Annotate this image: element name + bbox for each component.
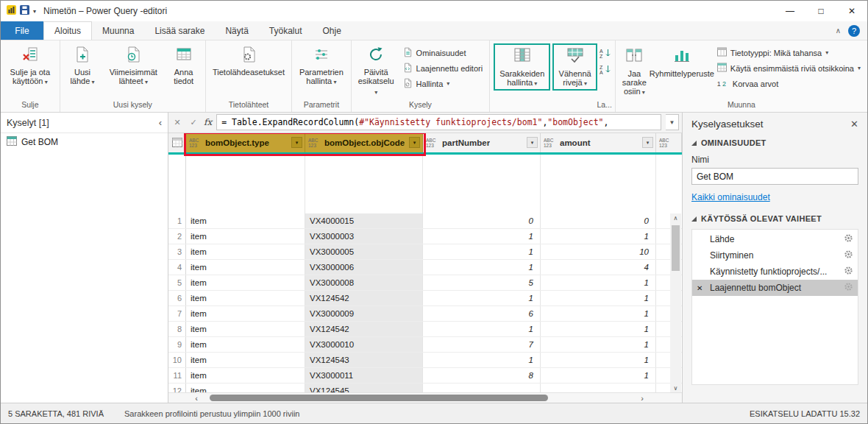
row-number[interactable]: 11 xyxy=(168,368,186,383)
group-by-button[interactable]: Ryhmittelyperuste xyxy=(652,43,712,80)
cell[interactable]: VX3000010 xyxy=(305,337,423,352)
row-number[interactable]: 9 xyxy=(168,337,186,352)
close-and-apply-button[interactable]: Sulje ja ota käyttöön xyxy=(4,43,56,89)
applied-step-selected[interactable]: ✕ Laajennettu bomObject xyxy=(692,280,858,296)
cell[interactable]: 1 xyxy=(541,229,656,244)
cell[interactable]: VX3000009 xyxy=(305,306,423,321)
cell[interactable]: 1 xyxy=(423,260,541,275)
cell[interactable]: item xyxy=(186,213,305,228)
cell[interactable]: VX3000003 xyxy=(305,229,423,244)
profiling-info[interactable]: Sarakkeen profilointi perustuu ylimpiin … xyxy=(124,409,299,418)
cell[interactable]: item xyxy=(186,384,305,392)
enter-data-button[interactable]: Anna tiedot xyxy=(166,43,202,88)
cell[interactable]: item xyxy=(186,275,305,290)
data-type-button[interactable]: Tietotyyppi: Mikä tahansa xyxy=(714,45,864,60)
tab-tyokalut[interactable]: Työkalut xyxy=(259,21,313,40)
column-header-bomobject-objcode[interactable]: ABC123 bomObject.objCode xyxy=(305,133,423,152)
cell[interactable]: 4 xyxy=(541,260,656,275)
replace-values-button[interactable]: Korvaa arvot xyxy=(714,76,864,91)
cell[interactable]: item xyxy=(186,337,305,352)
manage-query-button[interactable]: Hallinta xyxy=(399,76,486,91)
cell[interactable]: 7 xyxy=(423,337,541,352)
maximize-button[interactable]: □ xyxy=(805,1,836,21)
scroll-left-icon[interactable]: ‹ xyxy=(191,393,202,403)
column-header-partnumber[interactable]: ABC123 partNumber xyxy=(423,133,541,152)
row-number[interactable]: 2 xyxy=(168,229,186,244)
tab-file[interactable]: File xyxy=(1,21,43,40)
cell[interactable] xyxy=(423,384,541,392)
row-number[interactable]: 7 xyxy=(168,306,186,321)
cell[interactable]: VX3000008 xyxy=(305,275,423,290)
collapse-queries-icon[interactable]: ‹ xyxy=(159,117,162,128)
row-number[interactable]: 12 xyxy=(168,384,186,392)
filter-dropdown-icon[interactable] xyxy=(291,137,302,148)
sort-ascending-icon[interactable]: AZ xyxy=(600,48,611,61)
cell[interactable]: VX4000015 xyxy=(305,213,423,228)
column-header-bomobject-type[interactable]: ABC123 bomObject.type xyxy=(186,133,305,152)
step-settings-gear-icon[interactable] xyxy=(844,250,853,261)
query-name-input[interactable] xyxy=(691,168,858,185)
tab-aloitus[interactable]: Aloitus xyxy=(43,21,92,40)
refresh-preview-button[interactable]: Päivitä esikatselu xyxy=(355,43,397,99)
column-header-partial[interactable]: ABC123 xyxy=(656,133,682,152)
cell[interactable]: VX124542 xyxy=(305,322,423,336)
tab-nayta[interactable]: Näytä xyxy=(215,21,258,40)
formula-input[interactable]: = Table.ExpandRecordColumn(#"Käynnistett… xyxy=(216,114,661,130)
query-list-item[interactable]: Get BOM xyxy=(1,133,168,151)
delete-step-icon[interactable]: ✕ xyxy=(697,284,702,292)
close-button[interactable]: ✕ xyxy=(836,1,867,21)
cell[interactable]: item xyxy=(186,368,305,383)
minimize-button[interactable]: — xyxy=(775,1,805,21)
cell[interactable]: 1 xyxy=(423,244,541,259)
cell[interactable]: 8 xyxy=(423,368,541,383)
collapse-ribbon-icon[interactable]: ∧ xyxy=(836,26,841,35)
check-icon[interactable]: ✓ xyxy=(188,118,199,127)
cell[interactable]: 6 xyxy=(423,306,541,321)
expand-formula-bar-icon[interactable]: ▼ xyxy=(666,114,679,130)
qat-dropdown-icon[interactable]: ▾ xyxy=(33,8,36,15)
cell[interactable]: item xyxy=(186,260,305,275)
cell[interactable] xyxy=(541,384,656,392)
manage-parameters-button[interactable]: Parametrien hallinta xyxy=(296,43,347,89)
vertical-scrollbar[interactable]: ∧ ∨ xyxy=(670,213,681,392)
row-number[interactable]: 10 xyxy=(168,353,186,367)
cell[interactable]: 1 xyxy=(541,368,656,383)
cell[interactable]: VX124542 xyxy=(305,291,423,305)
all-properties-link[interactable]: Kaikki ominaisuudet xyxy=(691,192,770,202)
horizontal-scroll-thumb[interactable] xyxy=(210,395,548,401)
cell[interactable]: VX124545 xyxy=(305,384,423,392)
filter-dropdown-icon[interactable] xyxy=(642,137,653,148)
row-number[interactable]: 6 xyxy=(168,291,186,305)
cell[interactable]: 1 xyxy=(423,322,541,336)
select-all-corner[interactable] xyxy=(168,133,186,152)
applied-step[interactable]: Siirtyminen xyxy=(692,247,858,264)
cell[interactable]: item xyxy=(186,229,305,244)
cell[interactable]: 10 xyxy=(541,244,656,259)
cell[interactable]: item xyxy=(186,244,305,259)
row-number[interactable]: 4 xyxy=(168,260,186,275)
cell[interactable]: item xyxy=(186,306,305,321)
sort-descending-icon[interactable]: ZA xyxy=(600,64,611,77)
tab-muunna[interactable]: Muunna xyxy=(92,21,144,40)
tab-lisaa-sarake[interactable]: Lisää sarake xyxy=(144,21,215,40)
tab-ohje[interactable]: Ohje xyxy=(313,21,352,40)
scroll-right-icon[interactable]: › xyxy=(636,393,648,403)
row-number[interactable]: 3 xyxy=(168,244,186,259)
row-number[interactable]: 5 xyxy=(168,275,186,290)
filter-dropdown-icon[interactable] xyxy=(527,137,538,148)
cell[interactable]: 5 xyxy=(423,275,541,290)
cell[interactable]: 1 xyxy=(541,322,656,336)
scroll-up-icon[interactable]: ∧ xyxy=(670,213,681,224)
cell[interactable]: 1 xyxy=(541,353,656,367)
cell[interactable]: 1 xyxy=(541,291,656,305)
use-first-row-as-headers-button[interactable]: Käytä ensimmäistä riviä otsikkoina xyxy=(714,60,864,76)
cell[interactable]: 0 xyxy=(423,213,541,228)
reduce-rows-button[interactable]: Vähennä rivejä xyxy=(552,43,597,91)
data-source-settings-button[interactable]: Tietolähdeasetukset xyxy=(210,43,288,79)
row-number[interactable]: 1 xyxy=(168,213,186,228)
properties-button[interactable]: Ominaisuudet xyxy=(399,45,486,60)
section-expand-icon[interactable] xyxy=(691,216,697,222)
close-panel-icon[interactable]: ✕ xyxy=(850,119,858,130)
applied-step[interactable]: Lähde xyxy=(692,231,858,247)
cell[interactable]: item xyxy=(186,322,305,336)
